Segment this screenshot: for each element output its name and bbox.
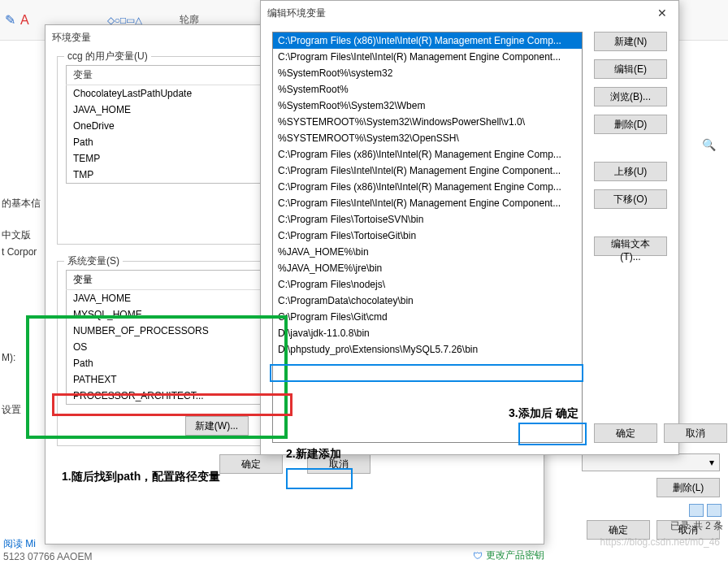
path-up-button[interactable]: 上移(U) bbox=[594, 162, 667, 181]
list-item[interactable]: %SystemRoot% bbox=[273, 81, 582, 98]
annotation-step3: 3.添加后 确定 bbox=[509, 406, 578, 421]
view-icon-2[interactable] bbox=[707, 504, 722, 517]
list-item[interactable]: C:\Program Files (x86)\Intel\Intel(R) Ma… bbox=[273, 33, 582, 49]
path-dialog-body: C:\Program Files (x86)\Intel\Intel(R) Ma… bbox=[261, 25, 678, 454]
close-icon[interactable]: ✕ bbox=[652, 7, 672, 20]
search-icon[interactable]: 🔍 bbox=[702, 138, 716, 151]
list-item[interactable]: D:\java\jdk-11.0.8\bin bbox=[273, 325, 582, 341]
path-side-buttons: 新建(N) 编辑(E) 浏览(B)... 删除(D) 上移(U) 下移(O) 编… bbox=[594, 32, 667, 443]
list-item[interactable]: C:\Program Files (x86)\Intel\Intel(R) Ma… bbox=[273, 146, 582, 163]
view-mode-icons[interactable] bbox=[689, 504, 722, 517]
path-ok-button[interactable]: 确定 bbox=[594, 423, 657, 443]
bg-right-col: 🔍 bbox=[702, 138, 726, 151]
path-down-button[interactable]: 下移(O) bbox=[594, 189, 667, 209]
path-dialog-titlebar: 编辑环境变量 ✕ bbox=[261, 1, 678, 25]
list-item[interactable]: %JAVA_HOME%\bin bbox=[273, 244, 582, 260]
list-item[interactable]: C:\Program Files\Git\cmd bbox=[273, 309, 582, 325]
env-ok-button[interactable]: 确定 bbox=[219, 454, 283, 474]
list-item[interactable]: %SYSTEMROOT%\System32\WindowsPowerShell\… bbox=[273, 114, 582, 130]
list-item[interactable]: C:\Program Files\Intel\Intel(R) Manageme… bbox=[273, 195, 582, 211]
list-item[interactable]: %SystemRoot%\System32\Wbem bbox=[273, 98, 582, 114]
list-item[interactable]: C:\Program Files\Intel\Intel(R) Manageme… bbox=[273, 49, 582, 65]
edit-path-dialog: 编辑环境变量 ✕ C:\Program Files (x86)\Intel\In… bbox=[260, 0, 679, 455]
frag-delete-button[interactable]: 删除(L) bbox=[656, 478, 720, 497]
list-item[interactable]: C:\ProgramData\chocolatey\bin bbox=[273, 293, 582, 309]
chevron-down-icon: ▾ bbox=[709, 457, 714, 468]
user-vars-group-title: ccg 的用户变量(U) bbox=[64, 50, 151, 63]
text-a-icon: A bbox=[20, 13, 29, 28]
dropdown-control[interactable]: ▾ bbox=[582, 453, 720, 471]
annotation-step2: 2.新建添加 bbox=[286, 447, 341, 462]
status-text: 已录 共 2 条 bbox=[670, 519, 723, 533]
list-item[interactable]: C:\Program Files\TortoiseGit\bin bbox=[273, 228, 582, 244]
shield-icon: 🛡 bbox=[473, 550, 483, 562]
serial-label: 5123 07766 AAOEM bbox=[3, 551, 92, 562]
bg-label-basic: 的基本信 bbox=[2, 192, 41, 215]
list-item[interactable]: %JAVA_HOME%\jre\bin bbox=[273, 260, 582, 276]
path-cancel-button[interactable]: 取消 bbox=[664, 423, 727, 443]
list-item[interactable]: D:\phpstudy_pro\Extensions\MySQL5.7.26\b… bbox=[273, 341, 582, 358]
read-link[interactable]: 阅读 Mi bbox=[3, 538, 36, 549]
bg-label-setting: 设置 bbox=[2, 398, 21, 422]
list-item[interactable]: C:\Program Files (x86)\Intel\Intel(R) Ma… bbox=[273, 179, 582, 195]
path-delete-button[interactable]: 删除(D) bbox=[594, 115, 667, 134]
pencil-icon: ✎ bbox=[5, 12, 15, 28]
path-edit-button[interactable]: 编辑(E) bbox=[594, 59, 667, 79]
col-var-header[interactable]: 变量 bbox=[67, 66, 277, 85]
annotation-step1: 1.随后找到path，配置路径变量 bbox=[62, 470, 220, 484]
list-item[interactable]: C:\Program Files\TortoiseSVN\bin bbox=[273, 211, 582, 228]
path-edit-text-button[interactable]: 编辑文本(T)... bbox=[594, 236, 667, 256]
env-dialog-title: 环境变量 bbox=[52, 31, 91, 45]
watermark-text: https://blog.csdn.net/m0_46 bbox=[600, 536, 720, 548]
path-dialog-title: 编辑环境变量 bbox=[267, 7, 326, 20]
new-sysvar-button[interactable]: 新建(W)... bbox=[185, 416, 249, 436]
path-new-button[interactable]: 新建(N) bbox=[594, 32, 667, 51]
bg-label-corp: t Corpor bbox=[2, 241, 37, 264]
view-icon-1[interactable] bbox=[689, 504, 704, 517]
list-item[interactable]: C:\Program Files\nodejs\ bbox=[273, 276, 582, 293]
list-item[interactable]: %SystemRoot%\system32 bbox=[273, 65, 582, 81]
path-browse-button[interactable]: 浏览(B)... bbox=[594, 87, 667, 106]
sys-vars-group-title: 系统变量(S) bbox=[64, 254, 123, 268]
change-product-key[interactable]: 🛡 更改产品密钥 bbox=[473, 549, 544, 562]
list-item[interactable]: C:\Program Files\Intel\Intel(R) Manageme… bbox=[273, 163, 582, 179]
path-listbox[interactable]: C:\Program Files (x86)\Intel\Intel(R) Ma… bbox=[272, 32, 583, 443]
list-item[interactable]: %SYSTEMROOT%\System32\OpenSSH\ bbox=[273, 130, 582, 146]
bg-label-m: M): bbox=[2, 346, 15, 370]
